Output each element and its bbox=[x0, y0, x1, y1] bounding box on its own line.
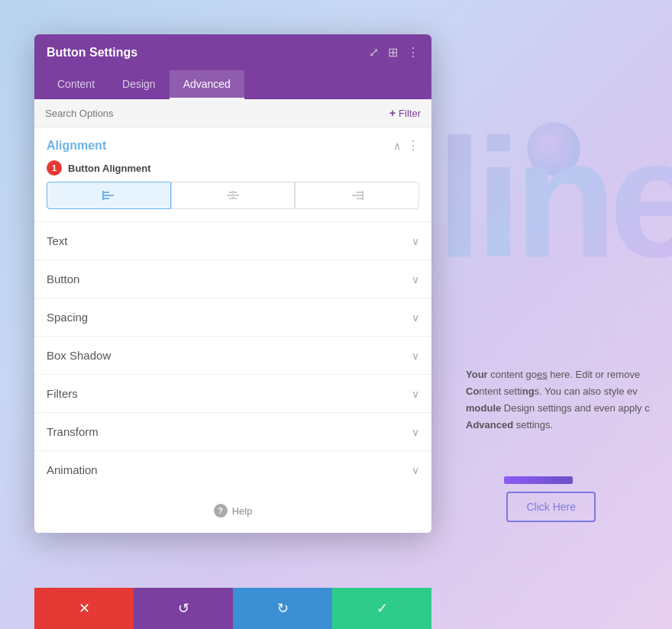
panel-body: Alignment ∧ ⋮ 1 Button Alignment bbox=[34, 127, 431, 533]
animation-section-title: Animation bbox=[47, 463, 98, 476]
panel-header-icons: ⤢ ⊞ ⋮ bbox=[369, 45, 419, 60]
animation-section: Animation ∨ bbox=[34, 450, 431, 489]
spacing-section: Spacing ∨ bbox=[34, 298, 431, 336]
panel-header: Button Settings ⤢ ⊞ ⋮ bbox=[34, 34, 431, 70]
spacing-section-chevron: ∨ bbox=[412, 311, 419, 324]
search-bar: + Filter bbox=[34, 99, 431, 127]
text-section-title: Text bbox=[47, 234, 68, 247]
alignment-label-text: Button Alignment bbox=[68, 163, 151, 174]
panel-title: Button Settings bbox=[47, 46, 137, 60]
transform-section-header[interactable]: Transform ∨ bbox=[34, 413, 431, 450]
transform-section-title: Transform bbox=[47, 425, 99, 438]
filter-plus-icon: + bbox=[389, 107, 396, 119]
filters-section-chevron: ∨ bbox=[412, 388, 419, 400]
button-section-chevron: ∨ bbox=[412, 273, 419, 285]
button-section-header[interactable]: Button ∨ bbox=[34, 260, 431, 298]
more-icon[interactable]: ⋮ bbox=[407, 45, 419, 60]
alignment-label: 1 Button Alignment bbox=[34, 160, 431, 182]
resize-icon[interactable]: ⤢ bbox=[369, 45, 379, 60]
button-section: Button ∨ bbox=[34, 260, 431, 298]
purple-bar bbox=[504, 476, 573, 484]
bg-large-text: lline bbox=[397, 115, 672, 282]
search-input[interactable] bbox=[45, 108, 389, 119]
tab-design[interactable]: Design bbox=[108, 70, 170, 99]
save-button[interactable]: ✓ bbox=[332, 588, 431, 629]
box-shadow-section-chevron: ∨ bbox=[412, 350, 419, 362]
text-section-chevron: ∨ bbox=[412, 235, 419, 247]
box-shadow-section: Box Shadow ∨ bbox=[34, 336, 431, 374]
alignment-more-icon[interactable]: ⋮ bbox=[407, 138, 419, 153]
box-shadow-section-title: Box Shadow bbox=[47, 349, 111, 362]
spacing-section-header[interactable]: Spacing ∨ bbox=[34, 298, 431, 336]
filter-button[interactable]: + Filter bbox=[389, 107, 421, 119]
text-section: Text ∨ bbox=[34, 221, 431, 260]
filters-section-title: Filters bbox=[47, 387, 78, 400]
help-icon: ? bbox=[214, 504, 228, 518]
button-section-title: Button bbox=[47, 273, 79, 285]
transform-section-chevron: ∨ bbox=[412, 426, 419, 438]
align-center-button[interactable] bbox=[171, 182, 296, 209]
bg-paragraph: Your content goes here. Edit or remove C… bbox=[466, 366, 657, 434]
align-right-button[interactable] bbox=[295, 182, 419, 209]
filters-section: Filters ∨ bbox=[34, 374, 431, 412]
panel-tabs: Content Design Advanced bbox=[34, 70, 431, 99]
button-settings-panel: Button Settings ⤢ ⊞ ⋮ Content Design Adv… bbox=[34, 34, 431, 533]
filters-section-header[interactable]: Filters ∨ bbox=[34, 375, 431, 412]
help-row: ? Help bbox=[34, 489, 431, 533]
animation-section-chevron: ∨ bbox=[412, 464, 419, 476]
filter-label: Filter bbox=[399, 108, 421, 119]
cancel-button[interactable]: ✕ bbox=[34, 588, 134, 629]
alignment-section-header: Alignment ∧ ⋮ bbox=[34, 127, 431, 160]
spacing-section-title: Spacing bbox=[47, 311, 88, 324]
redo-button[interactable]: ↻ bbox=[233, 588, 332, 629]
panel-actions: ✕ ↺ ↻ ✓ bbox=[34, 588, 431, 629]
tab-advanced[interactable]: Advanced bbox=[170, 70, 244, 99]
alignment-badge: 1 bbox=[47, 160, 62, 176]
alignment-buttons bbox=[34, 182, 431, 221]
section-controls: ∧ ⋮ bbox=[393, 138, 419, 153]
animation-section-header[interactable]: Animation ∨ bbox=[34, 451, 431, 489]
text-section-header[interactable]: Text ∨ bbox=[34, 222, 431, 260]
box-shadow-section-header[interactable]: Box Shadow ∨ bbox=[34, 337, 431, 374]
tab-content[interactable]: Content bbox=[44, 70, 108, 99]
transform-section: Transform ∨ bbox=[34, 412, 431, 450]
layout-icon[interactable]: ⊞ bbox=[388, 45, 398, 60]
help-label[interactable]: Help bbox=[232, 505, 253, 517]
alignment-title: Alignment bbox=[47, 139, 106, 153]
click-here-button[interactable]: Click Here bbox=[506, 492, 596, 522]
undo-button[interactable]: ↺ bbox=[134, 588, 233, 629]
align-left-button[interactable] bbox=[47, 182, 171, 209]
alignment-collapse-icon[interactable]: ∧ bbox=[393, 140, 401, 152]
